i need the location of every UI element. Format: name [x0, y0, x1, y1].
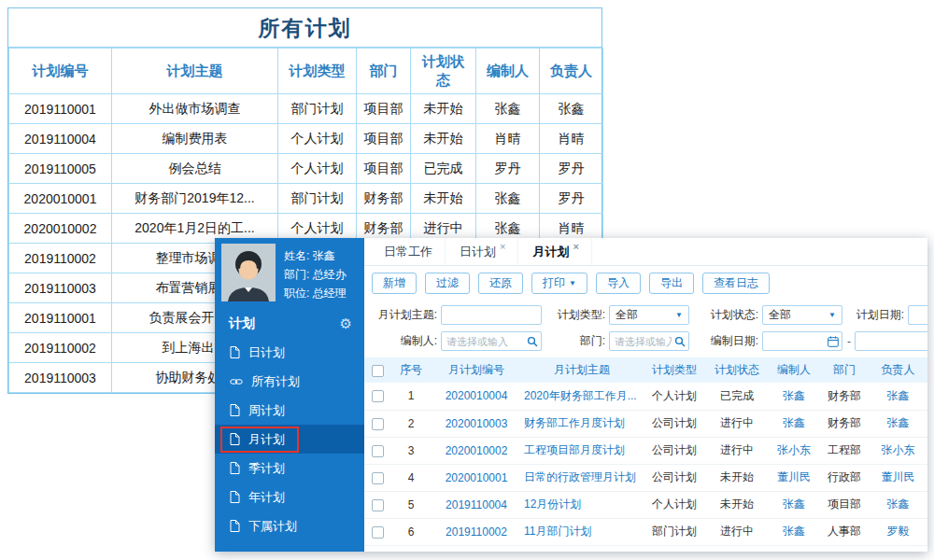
cell: 罗毅 [869, 518, 927, 545]
tab-close-icon[interactable]: × [500, 241, 505, 265]
selection-highlight: 月计划 [220, 427, 299, 453]
cell: 2020010001 [9, 184, 112, 214]
plan-id-link[interactable]: 2020010001 [446, 471, 508, 484]
table-row[interactable]: 2019110004编制费用表个人计划项目部未开始肖晴肖晴 [9, 124, 603, 154]
column-header: 计划主题 [112, 49, 278, 94]
row-checkbox[interactable] [372, 526, 384, 539]
search-icon[interactable] [527, 336, 538, 347]
view-log-button[interactable]: 查看日志 [702, 273, 770, 294]
compiler-link[interactable]: 董川民 [777, 470, 811, 483]
owner-link[interactable]: 罗毅 [887, 525, 910, 538]
plan-subject-link[interactable]: 工程项目部月度计划 [524, 443, 625, 456]
add-button[interactable]: 新增 [372, 273, 417, 294]
subject-filter-input[interactable] [441, 305, 542, 325]
compiler-link[interactable]: 张鑫 [783, 416, 805, 429]
sidebar-section-title: 计划 [229, 315, 255, 332]
sidebar-section-header: 计划 ⚙ [215, 306, 364, 338]
plan-id-link[interactable]: 2020010002 [446, 444, 508, 457]
search-icon[interactable] [674, 336, 686, 347]
row-checkbox[interactable] [372, 445, 384, 457]
restore-button[interactable]: 还原 [478, 273, 523, 294]
compiler-link[interactable]: 张鑫 [783, 389, 805, 402]
toolbar: 新增 过滤 还原 打印 ▼ 导入 导出 查看日志 [364, 266, 927, 301]
owner-link[interactable]: 张鑫 [887, 416, 910, 429]
chevron-down-icon: ▼ [828, 311, 836, 319]
select-all-checkbox[interactable] [372, 365, 384, 377]
owner-link[interactable]: 董川民 [882, 470, 915, 483]
filter-row-2: 编制人: 部门: 编制日期: - [364, 329, 927, 353]
row-checkbox[interactable] [372, 472, 384, 484]
plan-subject-link[interactable]: 12月份计划 [524, 497, 581, 511]
row-checkbox[interactable] [372, 390, 384, 402]
export-button[interactable]: 导出 [649, 273, 694, 294]
row-checkbox[interactable] [372, 418, 384, 430]
document-icon [230, 462, 240, 474]
plan-subject-link[interactable]: 财务部工作月度计划 [524, 416, 625, 429]
row-checkbox[interactable] [372, 499, 384, 511]
compile-date-end-input[interactable] [855, 331, 927, 351]
compiler-link[interactable]: 张鑫 [783, 497, 805, 511]
cell: 项目部 [357, 124, 411, 154]
import-button[interactable]: 导入 [596, 273, 641, 294]
cell: 财务部 [820, 410, 869, 437]
plan-id-link[interactable]: 2019110002 [446, 525, 507, 539]
plan-id-link[interactable]: 2020010004 [446, 389, 508, 402]
plan-status-select[interactable]: 全部 ▼ [762, 305, 842, 325]
cell: 肖晴 [540, 124, 603, 154]
cell: 未开始 [706, 491, 768, 518]
cell: 张鑫 [768, 410, 820, 437]
cell: 2020年财务部工作月... [521, 383, 643, 410]
table-row: 4 2020010001 日常的行政管理月计划 公司计划 未开始 董川民 行政部… [364, 464, 927, 491]
plan-subject-link[interactable]: 11月部门计划 [524, 525, 591, 538]
link-icon [230, 377, 243, 386]
cell: 例会总结 [112, 154, 278, 184]
cell: 12月份计划 [521, 491, 643, 518]
sidebar-item-daily-plan[interactable]: 日计划 [215, 338, 364, 367]
sidebar-item-quarterly-plan[interactable]: 季计划 [215, 454, 364, 483]
tab-close-icon[interactable]: × [573, 241, 578, 265]
cell: 2019110002 [9, 333, 112, 363]
tab-daily-plan[interactable]: 日计划 × [446, 238, 518, 265]
sidebar-item-weekly-plan[interactable]: 周计划 [215, 396, 364, 425]
plan-subject-link[interactable]: 2020年财务部工作月... [524, 389, 637, 402]
compiler-link[interactable]: 张小东 [777, 443, 811, 456]
sidebar-item-label: 所有计划 [251, 373, 300, 390]
status-filter-label: 计划状态: [699, 307, 762, 323]
compiler-filter-label: 编制人: [372, 333, 441, 349]
cell: 2 [390, 410, 432, 437]
tab-daily-work[interactable]: 日常工作 [370, 238, 446, 265]
plan-type-select[interactable]: 全部 ▼ [609, 305, 689, 325]
table-row[interactable]: 2020010001财务部门2019年12...部门计划财务部未开始张鑫罗丹 [9, 184, 603, 214]
print-button[interactable]: 打印 ▼ [531, 273, 587, 294]
avatar [221, 244, 276, 301]
plan-id-link[interactable]: 2020010003 [446, 417, 508, 430]
sidebar-item-monthly-plan[interactable]: 月计划 [215, 425, 364, 454]
table-row[interactable]: 2019110005例会总结个人计划项目部已完成罗丹罗丹 [9, 154, 603, 184]
column-header: 部门 [357, 49, 411, 94]
owner-link[interactable]: 张鑫 [887, 389, 910, 402]
table-row[interactable]: 2019110001外出做市场调查部门计划项目部未开始张鑫张鑫 [9, 94, 603, 124]
plan-subject-link[interactable]: 日常的行政管理月计划 [524, 470, 636, 483]
plan-id-link[interactable]: 2019110004 [446, 498, 507, 511]
sidebar-item-all-plans[interactable]: 所有计划 [215, 367, 364, 396]
plan-date-input[interactable] [908, 305, 927, 325]
table-row: 1 2020010004 2020年财务部工作月... 个人计划 已完成 张鑫 … [364, 383, 927, 410]
gear-icon[interactable]: ⚙ [340, 315, 352, 332]
owner-link[interactable]: 张小东 [882, 443, 915, 456]
cell [364, 437, 390, 464]
cell: 工程部 [820, 437, 869, 464]
filter-button[interactable]: 过滤 [425, 273, 470, 294]
document-icon [230, 433, 240, 445]
compiler-link[interactable]: 张鑫 [783, 525, 805, 538]
cell: 张鑫 [869, 491, 927, 518]
tab-monthly-plan[interactable]: 月计划 × [518, 238, 591, 265]
calendar-icon[interactable] [828, 336, 839, 347]
cell: 张鑫 [869, 410, 927, 437]
owner-link[interactable]: 张鑫 [887, 497, 910, 511]
sidebar-item-yearly-plan[interactable]: 年计划 [215, 483, 364, 511]
main-content: 日常工作 日计划 × 月计划 × 新增 过滤 还原 打印 ▼ 导入 导出 查看日… [364, 238, 927, 552]
sidebar-item-subordinate-plans[interactable]: 下属计划 [215, 511, 364, 540]
cell: 张鑫 [768, 491, 820, 518]
cell: 财务部 [820, 383, 869, 410]
compile-date-filter-label: 编制日期: [699, 333, 762, 349]
